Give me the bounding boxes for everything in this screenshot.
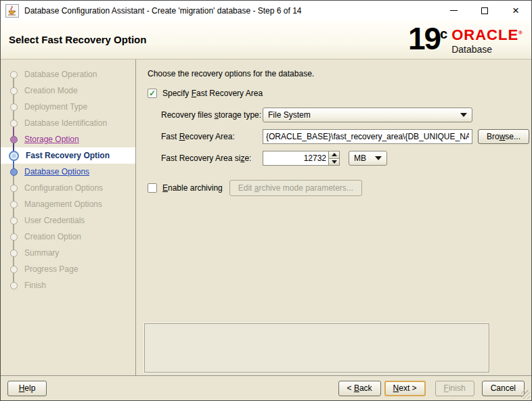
sidebar-step-configuration-options: Configuration Options bbox=[1, 180, 135, 196]
step-dot-icon bbox=[10, 87, 18, 95]
cancel-button[interactable]: Cancel bbox=[482, 381, 525, 396]
specify-fra-label: Specify Fast Recovery Area bbox=[162, 89, 263, 98]
fra-size-label: Fast Recovery Area size: bbox=[161, 154, 263, 163]
chevron-down-icon bbox=[375, 156, 382, 160]
fra-size-unit-dropdown[interactable]: MB bbox=[349, 151, 387, 166]
fra-size-unit-value: MB bbox=[354, 154, 366, 163]
sidebar-step-management-options: Management Options bbox=[1, 196, 135, 212]
oracle-wordmark: ORACLE® bbox=[451, 28, 523, 43]
title-bar: Database Configuration Assistant - Creat… bbox=[1, 1, 531, 20]
step-dot-icon bbox=[10, 282, 18, 289]
fra-location-row: Fast Recovery Area: Browse... bbox=[161, 129, 531, 144]
fra-location-input[interactable] bbox=[263, 129, 472, 144]
step-dot-icon bbox=[10, 185, 18, 192]
step-label: Fast Recovery Option bbox=[26, 151, 110, 160]
back-button[interactable]: < Back bbox=[338, 381, 381, 396]
page-title: Select Fast Recovery Option bbox=[9, 34, 146, 45]
logo-database: Database bbox=[451, 44, 523, 55]
step-label: Finish bbox=[24, 281, 46, 290]
help-button[interactable]: Help bbox=[7, 381, 47, 396]
spinner-down-icon[interactable] bbox=[329, 159, 339, 166]
step-dot-icon bbox=[10, 71, 18, 78]
step-label: Creation Option bbox=[24, 232, 81, 241]
content-pane: Choose the recovery options for the data… bbox=[136, 60, 531, 375]
sidebar-step-deployment-type: Deployment Type bbox=[1, 99, 135, 115]
step-label: Deployment Type bbox=[24, 102, 87, 112]
window-title: Database Configuration Assistant - Creat… bbox=[24, 6, 301, 16]
sidebar-step-user-credentials: User Credentials bbox=[1, 212, 135, 229]
enable-archiving-label: Enable archiving bbox=[162, 183, 223, 193]
page-description: Choose the recovery options for the data… bbox=[148, 69, 531, 78]
storage-type-row: Recovery files storage type: File System bbox=[161, 108, 531, 122]
oracle-19c-logo: 19 c ORACLE® Database bbox=[408, 24, 523, 55]
step-dot-icon bbox=[10, 250, 18, 257]
spinner-up-icon[interactable] bbox=[329, 151, 339, 159]
step-label: Database Options bbox=[24, 167, 89, 176]
step-dot-icon bbox=[10, 168, 18, 176]
sidebar-step-storage-option[interactable]: Storage Option bbox=[1, 131, 135, 147]
next-button[interactable]: Next > bbox=[384, 381, 426, 396]
storage-type-label: Recovery files storage type: bbox=[161, 110, 263, 120]
sidebar-step-database-identification: Database Identification bbox=[1, 115, 135, 131]
storage-type-dropdown[interactable]: File System bbox=[263, 108, 472, 122]
maximize-icon[interactable] bbox=[469, 1, 500, 20]
fra-size-stepper bbox=[263, 151, 340, 166]
storage-type-value: File System bbox=[268, 110, 311, 120]
minimize-icon[interactable] bbox=[438, 1, 469, 20]
step-dot-icon bbox=[10, 120, 18, 127]
message-box bbox=[144, 323, 489, 373]
step-dot-icon bbox=[10, 201, 18, 208]
sidebar-step-database-options[interactable]: Database Options bbox=[1, 164, 135, 180]
step-label: Management Options bbox=[24, 199, 102, 209]
sidebar-step-fast-recovery-option: Fast Recovery Option bbox=[1, 147, 135, 164]
step-dot-icon bbox=[10, 233, 18, 241]
sidebar-step-summary: Summary bbox=[1, 245, 135, 261]
step-label: User Credentials bbox=[24, 216, 85, 225]
wizard-header: Select Fast Recovery Option 19 c ORACLE®… bbox=[1, 20, 531, 60]
resize-grip-icon[interactable] bbox=[521, 390, 530, 399]
finish-button: Finish bbox=[435, 381, 474, 396]
fra-size-input[interactable] bbox=[263, 151, 328, 165]
browse-button[interactable]: Browse... bbox=[478, 129, 529, 144]
specify-fra-checkbox[interactable]: ✓ bbox=[148, 89, 157, 98]
fra-location-label: Fast Recovery Area: bbox=[161, 132, 263, 141]
step-label: Creation Mode bbox=[24, 86, 78, 95]
step-dot-icon bbox=[9, 151, 19, 161]
edit-archive-mode-button: Edit archive mode parameters... bbox=[229, 180, 362, 196]
dbca-window: Database Configuration Assistant - Creat… bbox=[0, 0, 532, 401]
step-dot-icon bbox=[10, 136, 18, 143]
step-label: Configuration Options bbox=[24, 183, 103, 193]
sidebar-step-creation-mode: Creation Mode bbox=[1, 82, 135, 99]
chevron-down-icon bbox=[460, 113, 467, 117]
java-app-icon bbox=[5, 4, 19, 18]
wizard-steps: Database OperationCreation ModeDeploymen… bbox=[1, 60, 136, 375]
logo-19: 19 bbox=[408, 24, 440, 54]
step-dot-icon bbox=[10, 266, 18, 273]
step-label: Database Identification bbox=[24, 118, 107, 128]
sidebar-step-progress-page: Progress Page bbox=[1, 261, 135, 277]
sidebar-step-finish: Finish bbox=[1, 277, 135, 293]
enable-archiving-row: Enable archiving Edit archive mode param… bbox=[148, 180, 531, 196]
checkmark-icon: ✓ bbox=[149, 89, 156, 97]
step-label: Storage Option bbox=[24, 135, 79, 144]
sidebar-step-database-operation: Database Operation bbox=[1, 66, 135, 82]
logo-c: c bbox=[440, 26, 447, 42]
specify-fra-row: ✓ Specify Fast Recovery Area bbox=[148, 88, 531, 99]
fra-size-row: Fast Recovery Area size: MB bbox=[161, 151, 531, 166]
step-label: Summary bbox=[24, 248, 59, 258]
sidebar-step-creation-option: Creation Option bbox=[1, 229, 135, 245]
step-dot-icon bbox=[10, 217, 18, 225]
step-label: Progress Page bbox=[24, 264, 78, 274]
window-controls: × bbox=[438, 1, 531, 20]
step-label: Database Operation bbox=[24, 70, 97, 79]
close-icon[interactable]: × bbox=[500, 1, 531, 20]
step-dot-icon bbox=[10, 103, 18, 111]
button-bar: Help < Back Next > Finish Cancel bbox=[1, 375, 531, 400]
enable-archiving-checkbox[interactable] bbox=[148, 183, 157, 193]
